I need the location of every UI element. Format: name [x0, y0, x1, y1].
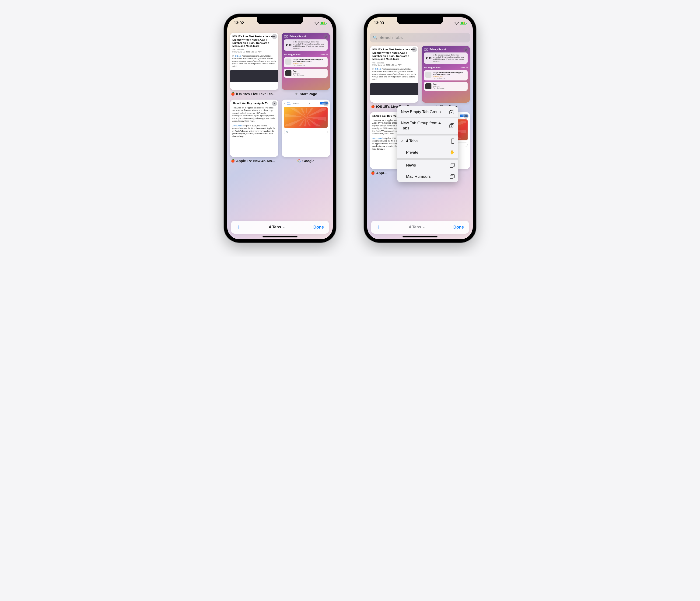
- suggestion-row: Google Explores Alternative to Apple's N…: [284, 57, 328, 68]
- close-tab-button[interactable]: ✕: [272, 34, 277, 39]
- chevron-down-icon: ⌄: [423, 226, 425, 229]
- suggestion-row: Apple apple.com From Bookmarks: [284, 69, 328, 78]
- tab-thumbnail[interactable]: ✕ ▢▢ Privacy Report ◐49 In the last seve…: [282, 33, 330, 90]
- google-nav: ≡ ALL IMAGES ⠿ Sign in: [283, 101, 328, 105]
- book-icon: ▢▢: [284, 35, 288, 37]
- menu-new-empty-group[interactable]: New Empty Tab Group: [397, 106, 458, 117]
- tab-thumbnail[interactable]: ✕ ≡ ALL IMAGES ⠿ Sign in 🔍: [282, 100, 330, 157]
- privacy-report-header: ▢▢ Privacy Report: [284, 35, 328, 37]
- iphone-frame-right: 13:03 ⚡ 🔍 ✕ iOS 15's Live Text Feature L…: [364, 14, 476, 242]
- search-icon: 🔍: [373, 35, 377, 40]
- tab-card[interactable]: ✕ Should You Buy the Apple TV The Apple …: [230, 100, 278, 163]
- square-plus-icon: [449, 123, 454, 128]
- article-byline: Tim Hardwick Friday June 11, 2021 1:37 a…: [232, 49, 276, 53]
- google-icon: [297, 159, 301, 163]
- menu-separator: [397, 134, 458, 135]
- tab-thumbnail[interactable]: ✕ Should You Buy the Apple TV The Apple …: [230, 100, 278, 157]
- new-tab-button[interactable]: +: [236, 223, 240, 231]
- article-headline: Should You Buy the Apple TV: [232, 102, 276, 105]
- tab-card[interactable]: ✕ ▢▢ Privacy Report ◐49 In the last seve…: [282, 33, 330, 96]
- tab-card[interactable]: ✕ iOS 15's Live Text Feature Lets You Di…: [370, 46, 418, 108]
- battery-icon: ⚡: [460, 22, 466, 25]
- square-plus-icon: [449, 110, 454, 114]
- notch: [257, 17, 303, 24]
- tab-thumbnail[interactable]: ✕ iOS 15's Live Text Feature Lets You Di…: [370, 46, 418, 103]
- close-tab-button[interactable]: ✕: [323, 34, 328, 39]
- battery-icon: ⚡: [320, 22, 326, 25]
- menu-new-group-from-tabs[interactable]: New Tab Group from 4 Tabs: [397, 117, 458, 134]
- menu-private[interactable]: Private ✋: [397, 147, 458, 158]
- status-icons: ⚡: [454, 22, 466, 25]
- macrumors-icon: 🍎: [371, 105, 375, 108]
- menu-group-news[interactable]: News: [397, 159, 458, 171]
- svg-rect-2: [451, 139, 454, 143]
- tab-card[interactable]: ✕ iOS 15's Live Text Feature Lets You Di…: [230, 33, 278, 96]
- search-tabs-bar[interactable]: 🔍: [370, 33, 470, 43]
- star-icon: ★: [295, 92, 298, 96]
- tab-title: Google: [282, 159, 330, 163]
- status-time: 13:03: [374, 21, 384, 25]
- status-icons: ⚡: [315, 22, 326, 25]
- squares-icon: [450, 163, 454, 168]
- macrumors-icon: 🍎: [231, 159, 235, 163]
- embedded-image: [230, 70, 278, 82]
- tab-title: ★ Start Page: [282, 92, 330, 96]
- done-button[interactable]: Done: [314, 225, 324, 230]
- privacy-count: ◐49: [286, 44, 292, 47]
- siri-suggestions-header: Siri Suggestions Show All: [284, 53, 328, 56]
- apple-logo-icon: [285, 70, 292, 76]
- notch: [397, 17, 443, 24]
- screen-left: 13:02 ⚡ ✕ iOS 15's Live Text Feature Let…: [227, 17, 333, 239]
- squares-icon: [450, 174, 454, 179]
- checkmark-icon: ✓: [401, 138, 405, 143]
- svg-rect-3: [450, 164, 453, 167]
- wifi-icon: [315, 22, 319, 25]
- tab-group-selector[interactable]: 4 Tabs ⌄: [269, 225, 285, 230]
- chevron-down-icon: ⌄: [282, 226, 285, 229]
- menu-current-tabs[interactable]: ✓ 4 Tabs: [397, 135, 458, 147]
- privacy-report-card: ◐49 In the last seven days, Safari has p…: [284, 40, 328, 51]
- suggestion-thumb: [285, 58, 292, 64]
- tab-card[interactable]: ✕ ▢▢Privacy Report ◐49In the last seven …: [422, 46, 470, 108]
- home-indicator[interactable]: [262, 236, 298, 237]
- done-button[interactable]: Done: [453, 225, 464, 230]
- tab-grid: ✕ iOS 15's Live Text Feature Lets You Di…: [230, 33, 330, 163]
- search-input[interactable]: [379, 35, 467, 40]
- hand-icon: ✋: [450, 150, 454, 155]
- tab-thumbnail[interactable]: ✕ iOS 15's Live Text Feature Lets You Di…: [230, 33, 278, 90]
- close-tab-button[interactable]: ✕: [323, 101, 328, 106]
- macrumors-icon: 🍎: [231, 92, 235, 96]
- article-headline: iOS 15's Live Text Feature Lets You Digi…: [232, 35, 276, 48]
- tab-group-selector[interactable]: 4 Tabs ⌄: [409, 225, 425, 230]
- google-doodle: [284, 107, 328, 128]
- book-icon: ▢▢: [424, 48, 428, 51]
- google-search-box: 🔍: [284, 130, 328, 134]
- new-tab-button[interactable]: +: [376, 223, 380, 231]
- wifi-icon: [454, 22, 459, 25]
- macrumors-icon: 🍎: [371, 171, 375, 175]
- close-tab-button[interactable]: ✕: [272, 101, 277, 106]
- close-tab-button[interactable]: ✕: [412, 47, 417, 52]
- apps-icon: ⠿: [309, 102, 310, 104]
- menu-group-macrumours[interactable]: Mac Rumours: [397, 171, 458, 182]
- bottom-toolbar: + 4 Tabs ⌄ Done: [231, 220, 329, 234]
- tab-title: 🍎 iOS 15's Live Text Fea...: [230, 92, 278, 96]
- tab-card[interactable]: ✕ ≡ ALL IMAGES ⠿ Sign in 🔍 Goog: [282, 100, 330, 163]
- hamburger-icon: ≡: [284, 102, 285, 104]
- close-tab-button[interactable]: ✕: [464, 113, 469, 119]
- article-body: The Apple TV is Apple's set-top box. The…: [232, 107, 276, 123]
- phone-icon: [451, 138, 454, 143]
- article-body: In iOS 15, Apple is introducing a new fe…: [232, 55, 276, 68]
- status-time: 13:02: [234, 21, 244, 25]
- close-tab-button[interactable]: ✕: [464, 47, 469, 52]
- tab-group-menu: New Empty Tab Group New Tab Group from 4…: [397, 106, 458, 182]
- home-indicator[interactable]: [402, 236, 438, 237]
- screen-right: 13:03 ⚡ 🔍 ✕ iOS 15's Live Text Feature L…: [367, 17, 473, 239]
- svg-rect-4: [450, 175, 453, 179]
- bottom-toolbar: + 4 Tabs ⌄ Done: [371, 220, 469, 234]
- menu-separator: [397, 158, 458, 159]
- tab-title: 🍎 Apple TV: New 4K Mo...: [230, 159, 278, 163]
- article-body: Announced in April of 2021, the second-g…: [232, 125, 276, 138]
- tab-thumbnail[interactable]: ✕ ▢▢Privacy Report ◐49In the last seven …: [422, 46, 470, 103]
- tab-overview: ✕ iOS 15's Live Text Feature Lets You Di…: [227, 30, 333, 239]
